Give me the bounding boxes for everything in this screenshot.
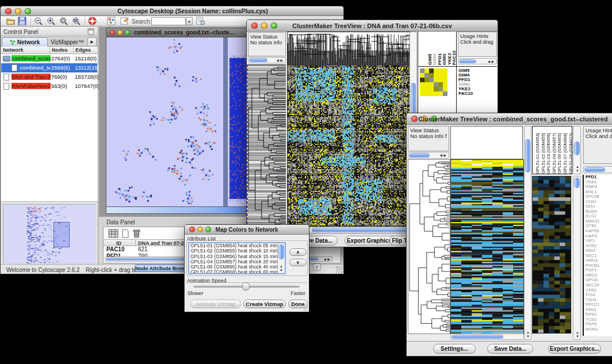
network-name: RNAPuberNov2+! (12, 83, 51, 89)
column-header-network[interactable]: Network (1, 47, 50, 53)
tv1-hints-line2: Click and drag tc (460, 39, 495, 45)
child-close-button[interactable] (110, 30, 115, 35)
trash-icon[interactable] (132, 228, 141, 238)
main-title-bar[interactable]: Cytoscape Desktop (Session Name: collins… (1, 6, 343, 16)
save-icon[interactable] (18, 17, 26, 25)
tv2-button[interactable]: Export Graphics... (548, 344, 601, 354)
desktop: Cytoscape Desktop (Session Name: collins… (0, 0, 612, 364)
network-list-row[interactable]: RNAPuberNov2+!563(0)107847(0) (1, 82, 97, 91)
main-window-title: Cytoscape Desktop (Session Name: collins… (1, 7, 343, 14)
tv2-column-label[interactable]: GPL51-02 (GSM855) (541, 133, 546, 174)
child-zoom-button[interactable] (125, 30, 130, 35)
network-name: combined_sco (20, 64, 51, 71)
search-label: Search: (132, 18, 151, 25)
tv2-column-label[interactable]: GPL51-06 (GSM865) (557, 133, 562, 174)
table-icon[interactable] (108, 229, 118, 238)
child-minimize-button[interactable] (117, 30, 123, 35)
tv2-column-label[interactable]: GPL51-04 (GSM857) (552, 133, 557, 174)
column-header-edges[interactable]: Edges (74, 47, 97, 53)
tab-vizmapper[interactable]: VizMapper™ (49, 37, 86, 47)
tv2-hints-hscrollbar[interactable] (583, 166, 612, 173)
tv1-row-colorstrip (247, 64, 248, 226)
network-overview-panel[interactable] (3, 204, 95, 263)
tv2-gene-labels-panel: PFD1YRA1RNR4MSL1SPC98CLN1NIS1BUD4ELG1MAK… (583, 175, 612, 336)
tv1-hints-hscrollbar[interactable]: ◀▶ (458, 58, 497, 64)
tab-edge-attribute-browser-cut[interactable]: r (313, 263, 321, 271)
tv1-status-hscrollbar[interactable]: ◀▶ (248, 57, 286, 63)
tv1-status-line2: No status info f (250, 40, 284, 45)
tv2-hints-line2: Click and drag to (586, 133, 612, 139)
vizmapper-icon[interactable] (107, 17, 116, 25)
tv2-column-label[interactable]: GPL51-01 (GSM854) (535, 133, 540, 174)
dialog-title-bar[interactable]: Map Colors to Network (185, 225, 309, 235)
tv2-column-labels-panel: GPL51-01 (GSM854)GPL51-02 (GSM855)GPL51-… (532, 126, 572, 174)
annotation-icon[interactable] (120, 17, 129, 25)
data-cell-id: PAC10 (106, 246, 125, 252)
network-list-row[interactable]: combined_sco2569(6)13112(15) (1, 63, 97, 72)
attribute-list-item[interactable]: GPL51-07 (GSM868) heat shock 60 min (190, 270, 284, 274)
search-input[interactable] (151, 17, 186, 25)
network-name: combined_scores (12, 55, 51, 62)
search-dropdown-button[interactable]: ▼ (186, 17, 193, 25)
zoom-fit-icon[interactable] (72, 17, 81, 25)
tv2-status-line2: No status info f (410, 133, 447, 139)
attribute-list[interactable]: GPL51-01 (GSM854) heat shock 05 minGPL51… (188, 242, 286, 274)
attribute-browser-icon[interactable] (196, 17, 205, 25)
tv2-hscrollbar[interactable] (450, 334, 524, 340)
float-panel-icon[interactable] (87, 28, 94, 35)
tv1-status-line1: View Status (250, 34, 284, 40)
data-col-id[interactable]: ID (116, 240, 121, 246)
tv2-column-dendrogram[interactable] (450, 126, 523, 159)
tv2-status-hscrollbar[interactable]: ◀▶ (408, 152, 449, 159)
zoom-selected-icon[interactable] (59, 17, 68, 25)
zoom-in-icon[interactable] (47, 17, 55, 25)
tv1-title-bar[interactable]: ClusterMaker TreeView : DNA and Tran 07-… (247, 20, 498, 32)
tab-node-attribute-browser[interactable]: Node Attribute Brows (135, 265, 189, 272)
tv2-title-bar[interactable]: ClusterMaker TreeView : combined_scores_… (407, 113, 612, 125)
tv2-labels-vscrollbar[interactable]: ▲▼ (573, 126, 581, 174)
tab-scroll-right-button[interactable]: ▶ (87, 37, 97, 47)
overview-viewport-rect[interactable] (53, 222, 70, 247)
tv2-button[interactable]: Save Data... (487, 344, 533, 354)
tv1-column-dendrogram[interactable] (287, 32, 410, 66)
tv1-column-label[interactable]: PAC10 (452, 51, 457, 65)
dialog-button[interactable]: Animate Vizmap (190, 300, 241, 308)
tv2-vscrollbar[interactable]: ▲▼ (524, 126, 531, 340)
tv2-heatmap[interactable] (450, 159, 524, 334)
tv2-gene-label[interactable]: MON2 (586, 327, 612, 332)
tv1-heatmap[interactable] (287, 65, 410, 227)
tv1-view-status: View Status No status info f (248, 32, 286, 56)
document-icon (12, 64, 17, 71)
tv2-zoom-heatmap[interactable] (532, 176, 571, 334)
tv1-row-dendrogram[interactable] (248, 64, 286, 227)
animation-speed-slider-thumb[interactable] (242, 282, 250, 290)
help-lifering-icon[interactable] (88, 17, 97, 25)
tv2-column-label[interactable]: GPL51-07 (GSM868) (563, 133, 568, 174)
dialog-button[interactable]: Done (288, 300, 308, 308)
network-view-title: combined_scores_good.txt--cluste... (134, 29, 234, 36)
tv2-zoom-vscrollbar[interactable]: ▲▼ (573, 176, 581, 340)
dialog-button[interactable]: Create Vizmap (243, 300, 286, 308)
network-list-row[interactable]: combined_scores2764(0)16218(0) (1, 54, 97, 63)
move-up-label: ∧ (296, 250, 300, 255)
network-edges: 16218(0) (75, 55, 97, 62)
tv2-button[interactable]: Settings... (433, 344, 476, 354)
move-down-button[interactable]: ∨ (289, 259, 307, 266)
network-nodes: 769(0) (51, 74, 67, 80)
new-doc-icon[interactable] (121, 229, 129, 238)
main-resize-grip[interactable] (336, 266, 343, 273)
network-list-row[interactable]: DNA and Tran 07769(0)183728(0) (1, 72, 97, 82)
move-up-button[interactable]: ∧ (289, 248, 307, 256)
move-down-label: ∨ (296, 260, 300, 265)
tv1-row-label[interactable]: PAC10 (458, 91, 473, 96)
tab-network[interactable]: Network (2, 37, 48, 47)
open-file-icon[interactable] (6, 17, 15, 25)
tv2-column-label[interactable]: GPL51-03 (GSM856) (546, 133, 551, 174)
tv2-row-dendrogram[interactable] (408, 159, 450, 334)
zoom-out-icon[interactable] (34, 17, 43, 25)
column-header-nodes[interactable]: Nodes (50, 47, 74, 53)
attribute-list-vscrollbar[interactable]: ▲▼ (277, 243, 285, 273)
tv1-zoom-heatmap[interactable] (420, 68, 447, 96)
tv1-column-label[interactable]: GIM3 (442, 53, 447, 65)
network-edges: 183728(0) (75, 74, 100, 80)
